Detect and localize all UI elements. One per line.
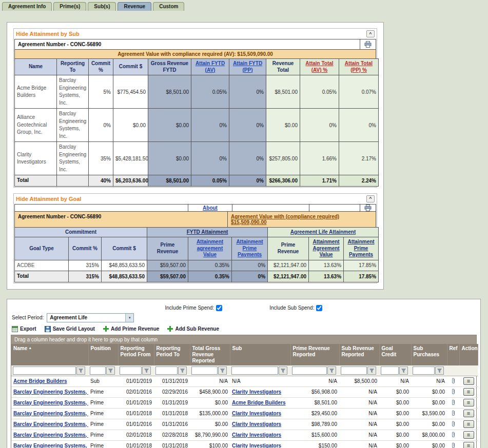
cell-ref[interactable]: [447, 408, 459, 419]
col-attainment-prime-payments[interactable]: Attainment Prime Payments: [232, 237, 268, 260]
agreement-value-link[interactable]: Agreement Value with (compliance require…: [231, 214, 339, 225]
column-header-reporting-period-from[interactable]: Reporting Period From: [118, 344, 154, 365]
row-action-menu-button[interactable]: [463, 377, 474, 385]
column-header-position[interactable]: Position: [88, 344, 118, 365]
col-life-attainment-prime-payments[interactable]: Attainment Prime Payments: [344, 237, 379, 260]
name-link[interactable]: Barclay Engineering Systems, Inc.: [13, 389, 88, 395]
add-prime-revenue-button[interactable]: Add Prime Revenue: [103, 326, 159, 332]
save-grid-layout-button[interactable]: Save Grid Layout: [45, 326, 95, 332]
column-header-goal-credit[interactable]: Goal Credit: [379, 344, 411, 365]
cell-ref[interactable]: [447, 397, 459, 408]
cell-action[interactable]: [459, 440, 478, 448]
name-link[interactable]: Acme Bridge Builders: [13, 378, 67, 384]
filter-total-gross-input[interactable]: [191, 366, 218, 375]
sub-link[interactable]: Acme Bridge Builders: [232, 400, 285, 405]
cell-ref[interactable]: [447, 430, 459, 440]
filter-funnel-icon[interactable]: [367, 366, 376, 375]
filter-funnel-icon[interactable]: [76, 366, 85, 375]
attainment-by-sub-title[interactable]: Hide Attainment by Sub: [16, 31, 80, 37]
cell-ref[interactable]: [447, 386, 459, 397]
col-attain-fytd-av[interactable]: Attain FYTD (AV): [191, 59, 229, 75]
tab[interactable]: Sub(s): [88, 2, 116, 11]
filter-sub-purchases-input[interactable]: [413, 366, 435, 375]
include-sub-spend[interactable]: Include Sub Spend:: [269, 305, 322, 311]
row-action-menu-button[interactable]: [463, 420, 474, 428]
attainment-by-goal-title[interactable]: Hide Attainment by Goal: [16, 196, 81, 202]
about-link[interactable]: About: [203, 205, 218, 211]
collapse-icon[interactable]: ^: [366, 195, 375, 202]
cell-action[interactable]: [459, 408, 478, 419]
cell-action[interactable]: [459, 419, 478, 430]
filter-period-to-input[interactable]: [155, 366, 178, 375]
filter-funnel-icon[interactable]: [218, 366, 227, 375]
print-button[interactable]: [360, 39, 376, 49]
sub-link[interactable]: Clarity Investigators: [232, 389, 281, 395]
tab[interactable]: Revenue: [118, 2, 151, 11]
sub-link[interactable]: Clarity Investigators: [232, 421, 281, 427]
add-sub-revenue-button[interactable]: Add Sub Revenue: [167, 326, 219, 332]
column-header-sub[interactable]: Sub: [230, 344, 290, 365]
col-attain-total-av[interactable]: Attain Total (AV) %: [300, 59, 339, 75]
tab[interactable]: Custom: [153, 2, 184, 11]
print-button[interactable]: [360, 205, 376, 211]
group-agreement-life-attainment[interactable]: Agreement Life Attainment: [268, 227, 379, 237]
filter-funnel-icon[interactable]: [106, 366, 115, 375]
col-life-attainment-agreement-value[interactable]: Attainment Agreement Value: [309, 237, 344, 260]
col-attainment-agreement-value[interactable]: Attainment agreement Value: [188, 237, 232, 260]
cell-ref[interactable]: [447, 440, 459, 448]
group-by-bar[interactable]: Drag a column header and drop it here to…: [11, 335, 476, 344]
cell-ref[interactable]: [447, 419, 459, 430]
group-fytd-attainment[interactable]: FYTD Attainment: [147, 227, 268, 237]
filter-period-from-input[interactable]: [120, 366, 142, 375]
cell-action[interactable]: [459, 397, 478, 408]
column-header-total-gross-revenue[interactable]: Total Gross Revenue Reported: [190, 344, 230, 365]
row-action-menu-button[interactable]: [463, 410, 474, 417]
tab[interactable]: Agreement Info: [2, 2, 52, 11]
row-action-menu-button[interactable]: [463, 431, 474, 439]
filter-funnel-icon[interactable]: [142, 366, 151, 375]
name-link[interactable]: Barclay Engineering Systems, Inc.: [13, 443, 88, 448]
filter-name-input[interactable]: [13, 366, 76, 375]
chevron-down-icon[interactable]: ▼: [125, 314, 133, 322]
filter-position-input[interactable]: [90, 366, 106, 375]
column-header-sub-purchases[interactable]: Sub Purchases: [411, 344, 447, 365]
column-header-prime-revenue-reported[interactable]: Prime Revenue Reported: [290, 344, 339, 365]
cell-action[interactable]: [459, 430, 478, 440]
include-prime-spend-checkbox[interactable]: [216, 305, 222, 311]
period-dropdown[interactable]: Agreement Life ▼: [47, 313, 134, 322]
row-action-menu-button[interactable]: [463, 388, 474, 396]
col-attain-fytd-pp[interactable]: Attain FYTD (PP): [229, 59, 266, 75]
collapse-icon[interactable]: ^: [366, 30, 375, 37]
sub-link[interactable]: Clarity Investigators: [232, 443, 281, 448]
name-link[interactable]: Barclay Engineering Systems, Inc.: [13, 421, 88, 427]
filter-funnel-icon[interactable]: [435, 366, 444, 375]
export-button[interactable]: Export: [12, 326, 36, 332]
filter-sub-revenue-input[interactable]: [341, 366, 367, 375]
filter-funnel-icon[interactable]: [279, 366, 287, 375]
tab[interactable]: Prime(s): [53, 2, 86, 11]
cell-action[interactable]: [459, 386, 478, 397]
filter-funnel-icon[interactable]: [178, 366, 187, 375]
filter-sub-input[interactable]: [231, 366, 278, 375]
row-action-menu-button[interactable]: [463, 442, 474, 448]
name-link[interactable]: Barclay Engineering Systems, Inc.: [13, 400, 88, 405]
column-header-name[interactable]: Name▲: [11, 344, 88, 365]
sub-link[interactable]: N/A: [232, 378, 241, 384]
name-link[interactable]: Barclay Engineering Systems, Inc.: [13, 432, 88, 438]
name-link[interactable]: Barclay Engineering Systems, Inc.: [13, 411, 88, 416]
include-sub-spend-checkbox[interactable]: [316, 305, 322, 311]
col-attain-total-pp[interactable]: Attain Total (PP) %: [339, 59, 379, 75]
filter-goal-credit-input[interactable]: [381, 366, 399, 375]
row-action-menu-button[interactable]: [463, 399, 474, 406]
filter-funnel-icon[interactable]: [399, 366, 408, 375]
column-header-reporting-period-to[interactable]: Reporting Period To: [154, 344, 190, 365]
column-header-sub-revenue-reported[interactable]: Sub Revenue Reported: [339, 344, 379, 365]
cell-action[interactable]: [459, 376, 478, 386]
filter-funnel-icon[interactable]: [327, 366, 336, 375]
cell-goal-credit: $0.00: [379, 408, 411, 419]
sub-link[interactable]: Clarity Investigators: [232, 432, 281, 438]
filter-prime-revenue-input[interactable]: [292, 366, 327, 375]
sub-link[interactable]: Clarity Investigators: [232, 411, 281, 416]
cell-ref[interactable]: [447, 376, 459, 386]
include-prime-spend[interactable]: Include Prime Spend:: [165, 305, 223, 311]
